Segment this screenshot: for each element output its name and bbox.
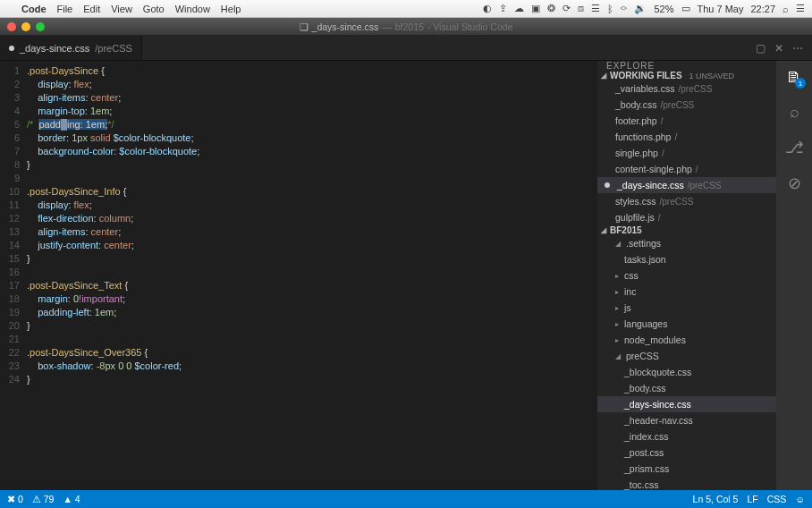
code-line[interactable]: 16 — [0, 266, 597, 279]
split-editor-icon[interactable]: ▢ — [756, 42, 765, 55]
minimize-icon[interactable] — [21, 22, 30, 31]
status-errors[interactable]: ✖ 0 — [7, 494, 23, 504]
file-label: _variables.css — [615, 83, 675, 94]
working-files-header[interactable]: ◢ WORKING FILES 1 UNSAVED — [597, 71, 776, 80]
code-line[interactable]: 8} — [0, 158, 597, 172]
menu-goto[interactable]: Goto — [143, 4, 165, 14]
status-icon[interactable]: ◐ — [483, 3, 492, 14]
working-file-item[interactable]: footer.php/ — [597, 113, 776, 129]
tree-file[interactable]: _index.css — [597, 428, 776, 444]
code-line[interactable]: 7 background-color: $color-blockquote; — [0, 145, 597, 158]
code-line[interactable]: 24} — [0, 373, 597, 386]
tree-folder[interactable]: ▸css — [597, 267, 776, 284]
tree-folder[interactable]: ▸js — [597, 300, 776, 316]
status-cursor[interactable]: Ln 5, Col 5 — [693, 494, 739, 504]
code-editor[interactable]: 1.post-DaysSince {2 display: flex;3 alig… — [0, 61, 597, 490]
code-line[interactable]: 11 display: flex; — [0, 199, 597, 212]
volume-icon[interactable]: 🔉 — [634, 3, 647, 14]
more-icon[interactable]: ⋯ — [792, 42, 803, 55]
battery-icon[interactable]: ▭ — [681, 3, 690, 14]
code-line[interactable]: 5/* padding: 1em;*/ — [0, 118, 597, 131]
code-line[interactable]: 9 — [0, 172, 597, 185]
wifi-icon[interactable]: ⌔ — [621, 4, 627, 14]
working-file-item[interactable]: _variables.css/preCSS — [597, 80, 776, 97]
status-icon[interactable]: ☁ — [514, 3, 524, 14]
close-icon[interactable] — [7, 22, 16, 31]
tree-file[interactable]: _prism.css — [597, 461, 776, 477]
file-path: /preCSS — [660, 197, 694, 207]
status-icon[interactable]: ❂ — [547, 3, 555, 14]
working-file-item[interactable]: functions.php/ — [597, 129, 776, 145]
tree-file[interactable]: _post.css — [597, 444, 776, 461]
status-icon[interactable]: ⇪ — [499, 3, 507, 14]
battery-percent[interactable]: 52% — [654, 4, 673, 14]
feedback-icon[interactable]: ☺ — [795, 494, 805, 504]
menu-help[interactable]: Help — [221, 4, 241, 14]
git-icon[interactable]: ⎇ — [785, 138, 804, 157]
debug-icon[interactable]: ⊘ — [788, 174, 801, 193]
tree-file[interactable]: tasks.json — [597, 251, 776, 267]
code-line[interactable]: 19 padding-left: 1em; — [0, 306, 597, 319]
code-line[interactable]: 14 justify-content: center; — [0, 239, 597, 252]
status-lang[interactable]: CSS — [767, 494, 787, 504]
notification-icon[interactable]: ☰ — [796, 3, 805, 14]
search-icon[interactable]: ⌕ — [790, 103, 799, 122]
menu-view[interactable]: View — [111, 4, 132, 14]
explorer-icon[interactable]: 🗎1 — [786, 68, 802, 87]
code-line[interactable]: 22.post-DaysSince_Over365 { — [0, 346, 597, 360]
menu-edit[interactable]: Edit — [83, 4, 100, 14]
project-header[interactable]: ◢ BF2015 — [597, 225, 776, 235]
tree-folder[interactable]: ◢preCSS — [597, 348, 776, 364]
code-line[interactable]: 6 border: 1px solid $color-blockquote; — [0, 131, 597, 145]
chevron-right-icon: ▸ — [615, 272, 619, 280]
working-file-item[interactable]: _body.css/preCSS — [597, 97, 776, 113]
spotlight-icon[interactable]: ⌕ — [782, 4, 789, 14]
tree-folder[interactable]: ◢.settings — [597, 235, 776, 251]
code-line[interactable]: 2 display: flex; — [0, 78, 597, 91]
menu-app[interactable]: Code — [21, 4, 47, 14]
menubar-time[interactable]: 22:27 — [750, 4, 775, 14]
code-line[interactable]: 18 margin: 0!important; — [0, 292, 597, 306]
zoom-icon[interactable] — [36, 22, 45, 31]
menubar-date[interactable]: Thu 7 May — [698, 4, 744, 14]
chevron-right-icon: ▸ — [615, 304, 619, 312]
code-line[interactable]: 15} — [0, 252, 597, 266]
bluetooth-icon[interactable]: ᛒ — [607, 4, 613, 14]
close-tab-icon[interactable]: ✕ — [774, 42, 783, 55]
tree-file[interactable]: _days-since.css — [597, 396, 776, 412]
code-line[interactable]: 21 — [0, 333, 597, 346]
tree-file[interactable]: _body.css — [597, 380, 776, 396]
code-line[interactable]: 23 box-shadow: -8px 0 0 $color-red; — [0, 360, 597, 373]
code-line[interactable]: 13 align-items: center; — [0, 225, 597, 239]
working-file-item[interactable]: content-single.php/ — [597, 161, 776, 177]
tab-days-since[interactable]: _days-since.css /preCSS — [0, 36, 142, 60]
code-line[interactable]: 17.post-DaysSince_Text { — [0, 279, 597, 292]
status-icon[interactable]: ⟳ — [562, 3, 571, 14]
code-line[interactable]: 20} — [0, 319, 597, 333]
menu-file[interactable]: File — [57, 4, 73, 14]
working-file-item[interactable]: gulpfile.js/ — [597, 209, 776, 225]
tree-folder[interactable]: ▸inc — [597, 284, 776, 300]
code-line[interactable]: 1.post-DaysSince { — [0, 64, 597, 78]
code-line[interactable]: 12 flex-direction: column; — [0, 212, 597, 225]
code-line[interactable]: 4 margin-top: 1em; — [0, 105, 597, 118]
status-eol[interactable]: LF — [747, 494, 757, 504]
status-info[interactable]: ▲ 4 — [63, 494, 80, 504]
code-line[interactable]: 10.post-DaysSince_Info { — [0, 185, 597, 199]
tree-folder[interactable]: ▸node_modules — [597, 332, 776, 348]
working-file-item[interactable]: styles.css/preCSS — [597, 193, 776, 209]
status-warnings[interactable]: ⚠ 79 — [32, 494, 55, 504]
working-file-item[interactable]: single.php/ — [597, 145, 776, 161]
tree-file[interactable]: _blockquote.css — [597, 364, 776, 380]
code-line[interactable]: 3 align-items: center; — [0, 91, 597, 105]
status-icon[interactable]: ☰ — [591, 3, 600, 14]
tree-label: preCSS — [626, 351, 659, 361]
working-file-item[interactable]: _days-since.css/preCSS — [597, 177, 776, 193]
tree-file[interactable]: _toc.css — [597, 477, 776, 490]
menu-window[interactable]: Window — [175, 4, 210, 14]
status-icon[interactable]: ▣ — [531, 3, 540, 14]
dropbox-icon[interactable]: ⧈ — [578, 3, 584, 14]
tree-file[interactable]: _header-nav.css — [597, 412, 776, 428]
tree-label: node_modules — [624, 334, 686, 345]
tree-folder[interactable]: ▸languages — [597, 316, 776, 332]
